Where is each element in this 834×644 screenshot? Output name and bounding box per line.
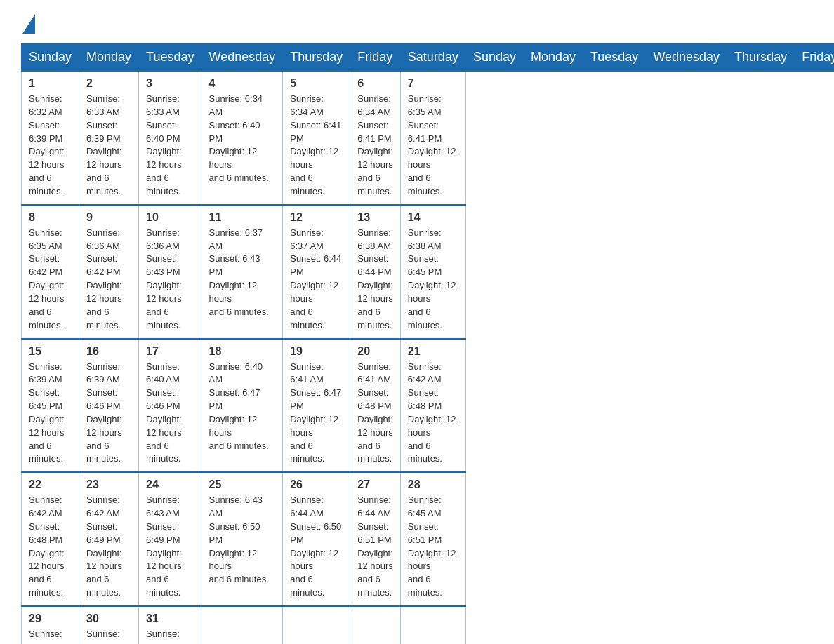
col-header-friday: Friday	[350, 44, 401, 72]
day-info: Sunrise: 6:42 AMSunset: 6:48 PMDaylight:…	[29, 495, 65, 598]
col-header-sunday: Sunday	[465, 44, 523, 72]
day-number: 21	[408, 345, 458, 358]
day-number: 4	[208, 77, 275, 90]
day-info: Sunrise: 6:45 AMSunset: 6:51 PMDaylight:…	[408, 495, 456, 598]
calendar-cell: 12 Sunrise: 6:37 AMSunset: 6:44 PMDaylig…	[283, 205, 350, 339]
calendar-cell: 7 Sunrise: 6:35 AMSunset: 6:41 PMDayligh…	[400, 71, 465, 205]
day-number: 23	[86, 478, 131, 491]
day-info: Sunrise: 6:37 AMSunset: 6:43 PMDaylight:…	[208, 227, 268, 317]
calendar-cell: 26 Sunrise: 6:44 AMSunset: 6:50 PMDaylig…	[283, 472, 350, 606]
calendar-cell: 13 Sunrise: 6:38 AMSunset: 6:44 PMDaylig…	[350, 205, 401, 339]
day-number: 18	[208, 345, 275, 358]
day-number: 31	[146, 612, 194, 625]
calendar-cell: 11 Sunrise: 6:37 AMSunset: 6:43 PMDaylig…	[201, 205, 283, 339]
day-info: Sunrise: 6:44 AMSunset: 6:51 PMDaylight:…	[357, 495, 393, 598]
calendar-week-row: 22 Sunrise: 6:42 AMSunset: 6:48 PMDaylig…	[22, 472, 835, 606]
day-info: Sunrise: 6:34 AMSunset: 6:40 PMDaylight:…	[208, 93, 268, 183]
calendar-cell: 27 Sunrise: 6:44 AMSunset: 6:51 PMDaylig…	[350, 472, 401, 606]
calendar-cell: 10 Sunrise: 6:36 AMSunset: 6:43 PMDaylig…	[139, 205, 201, 339]
col-header-tuesday: Tuesday	[139, 44, 201, 72]
calendar-cell: 28 Sunrise: 6:45 AMSunset: 6:51 PMDaylig…	[400, 472, 465, 606]
calendar-cell: 6 Sunrise: 6:34 AMSunset: 6:41 PMDayligh…	[350, 71, 401, 205]
calendar-cell: 29 Sunrise: 6:45 AMSunset: 6:52 PMDaylig…	[22, 606, 79, 644]
day-info: Sunrise: 6:44 AMSunset: 6:50 PMDaylight:…	[290, 495, 341, 598]
calendar-cell	[400, 606, 465, 644]
calendar-cell: 4 Sunrise: 6:34 AMSunset: 6:40 PMDayligh…	[201, 71, 283, 205]
calendar-cell: 16 Sunrise: 6:39 AMSunset: 6:46 PMDaylig…	[79, 339, 139, 473]
calendar-table: SundayMondayTuesdayWednesdayThursdayFrid…	[21, 43, 834, 644]
day-info: Sunrise: 6:32 AMSunset: 6:39 PMDaylight:…	[29, 93, 65, 196]
day-info: Sunrise: 6:39 AMSunset: 6:45 PMDaylight:…	[29, 361, 65, 464]
day-number: 24	[146, 478, 194, 491]
day-info: Sunrise: 6:42 AMSunset: 6:49 PMDaylight:…	[86, 495, 122, 598]
day-info: Sunrise: 6:38 AMSunset: 6:45 PMDaylight:…	[408, 227, 456, 330]
calendar-cell	[350, 606, 401, 644]
col-header-tuesday: Tuesday	[583, 44, 646, 72]
calendar-header-row: SundayMondayTuesdayWednesdayThursdayFrid…	[22, 44, 835, 72]
calendar-cell: 9 Sunrise: 6:36 AMSunset: 6:42 PMDayligh…	[79, 205, 139, 339]
day-number: 10	[146, 211, 194, 224]
day-number: 5	[290, 77, 343, 90]
col-header-wednesday: Wednesday	[201, 44, 283, 72]
day-number: 7	[408, 77, 458, 90]
day-info: Sunrise: 6:46 AMSunset: 6:53 PMDaylight:…	[146, 629, 182, 644]
col-header-thursday: Thursday	[727, 44, 795, 72]
day-info: Sunrise: 6:35 AMSunset: 6:41 PMDaylight:…	[408, 93, 456, 196]
day-number: 20	[357, 345, 393, 358]
calendar-cell: 15 Sunrise: 6:39 AMSunset: 6:45 PMDaylig…	[22, 339, 79, 473]
day-number: 16	[86, 345, 131, 358]
calendar-cell: 24 Sunrise: 6:43 AMSunset: 6:49 PMDaylig…	[139, 472, 201, 606]
calendar-cell: 18 Sunrise: 6:40 AMSunset: 6:47 PMDaylig…	[201, 339, 283, 473]
calendar-cell: 3 Sunrise: 6:33 AMSunset: 6:40 PMDayligh…	[139, 71, 201, 205]
calendar-cell: 19 Sunrise: 6:41 AMSunset: 6:47 PMDaylig…	[283, 339, 350, 473]
calendar-week-row: 8 Sunrise: 6:35 AMSunset: 6:42 PMDayligh…	[22, 205, 835, 339]
day-number: 13	[357, 211, 393, 224]
day-info: Sunrise: 6:39 AMSunset: 6:46 PMDaylight:…	[86, 361, 122, 464]
day-info: Sunrise: 6:41 AMSunset: 6:48 PMDaylight:…	[357, 361, 393, 464]
col-header-saturday: Saturday	[400, 44, 465, 72]
day-number: 2	[86, 77, 131, 90]
day-info: Sunrise: 6:45 AMSunset: 6:52 PMDaylight:…	[29, 629, 65, 644]
logo-top	[21, 14, 37, 34]
day-number: 25	[208, 478, 275, 491]
logo	[21, 14, 37, 29]
day-info: Sunrise: 6:41 AMSunset: 6:47 PMDaylight:…	[290, 361, 341, 464]
calendar-cell: 30 Sunrise: 6:46 AMSunset: 6:52 PMDaylig…	[79, 606, 139, 644]
day-number: 6	[357, 77, 393, 90]
day-number: 8	[29, 211, 72, 224]
day-number: 9	[86, 211, 131, 224]
calendar-cell: 23 Sunrise: 6:42 AMSunset: 6:49 PMDaylig…	[79, 472, 139, 606]
calendar-cell: 14 Sunrise: 6:38 AMSunset: 6:45 PMDaylig…	[400, 205, 465, 339]
day-info: Sunrise: 6:35 AMSunset: 6:42 PMDaylight:…	[29, 227, 65, 330]
page-header	[21, 14, 813, 29]
calendar-cell: 31 Sunrise: 6:46 AMSunset: 6:53 PMDaylig…	[139, 606, 201, 644]
logo-triangle-icon	[22, 14, 35, 34]
day-info: Sunrise: 6:34 AMSunset: 6:41 PMDaylight:…	[290, 93, 341, 196]
col-header-monday: Monday	[79, 44, 139, 72]
calendar-cell: 8 Sunrise: 6:35 AMSunset: 6:42 PMDayligh…	[22, 205, 79, 339]
day-number: 29	[29, 612, 72, 625]
day-info: Sunrise: 6:33 AMSunset: 6:39 PMDaylight:…	[86, 93, 122, 196]
col-header-monday: Monday	[523, 44, 583, 72]
day-info: Sunrise: 6:40 AMSunset: 6:46 PMDaylight:…	[146, 361, 182, 464]
col-header-sunday: Sunday	[22, 44, 79, 72]
day-info: Sunrise: 6:43 AMSunset: 6:50 PMDaylight:…	[208, 495, 268, 584]
col-header-wednesday: Wednesday	[646, 44, 727, 72]
calendar-week-row: 15 Sunrise: 6:39 AMSunset: 6:45 PMDaylig…	[22, 339, 835, 473]
day-info: Sunrise: 6:34 AMSunset: 6:41 PMDaylight:…	[357, 93, 393, 196]
day-info: Sunrise: 6:38 AMSunset: 6:44 PMDaylight:…	[357, 227, 393, 330]
day-info: Sunrise: 6:37 AMSunset: 6:44 PMDaylight:…	[290, 227, 341, 330]
day-number: 19	[290, 345, 343, 358]
calendar-week-row: 29 Sunrise: 6:45 AMSunset: 6:52 PMDaylig…	[22, 606, 835, 644]
calendar-cell	[201, 606, 283, 644]
day-info: Sunrise: 6:46 AMSunset: 6:52 PMDaylight:…	[86, 629, 122, 644]
day-info: Sunrise: 6:42 AMSunset: 6:48 PMDaylight:…	[408, 361, 456, 464]
day-info: Sunrise: 6:36 AMSunset: 6:43 PMDaylight:…	[146, 227, 182, 330]
day-number: 12	[290, 211, 343, 224]
calendar-cell: 1 Sunrise: 6:32 AMSunset: 6:39 PMDayligh…	[22, 71, 79, 205]
day-number: 11	[208, 211, 275, 224]
day-number: 27	[357, 478, 393, 491]
calendar-cell: 5 Sunrise: 6:34 AMSunset: 6:41 PMDayligh…	[283, 71, 350, 205]
day-info: Sunrise: 6:36 AMSunset: 6:42 PMDaylight:…	[86, 227, 122, 330]
calendar-cell: 22 Sunrise: 6:42 AMSunset: 6:48 PMDaylig…	[22, 472, 79, 606]
